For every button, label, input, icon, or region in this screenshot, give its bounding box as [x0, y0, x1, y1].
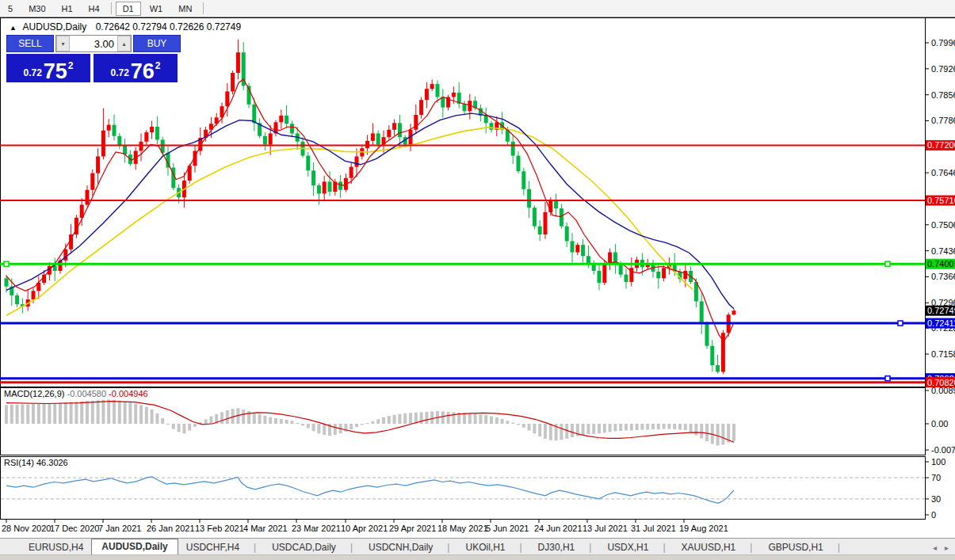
volume-input[interactable]: [70, 36, 117, 51]
macd-bar: [366, 423, 369, 424]
macd-bar: [10, 405, 13, 424]
chart-tab-gbpusd[interactable]: GBPUSD,H1|: [760, 540, 847, 555]
macd-bar: [560, 424, 563, 440]
candle-body: [560, 208, 563, 227]
macd-bar: [393, 415, 396, 424]
buy-price-pip: 2: [155, 60, 161, 71]
chart-tab-audusd[interactable]: AUDUSD,Daily: [91, 539, 178, 555]
candle-body: [225, 91, 229, 106]
svg-text:0.78560: 0.78560: [931, 90, 955, 100]
timeframe-button-m30[interactable]: M30: [21, 2, 52, 16]
macd-bar: [361, 424, 364, 425]
candle-body: [269, 133, 273, 144]
macd-bar: [204, 419, 208, 424]
date-label: 29 Apr 2021: [389, 524, 436, 533]
macd-bar: [651, 424, 655, 429]
chart-tab-usdx[interactable]: USDX,H1|: [599, 540, 673, 555]
toolbar-separator: [203, 2, 204, 14]
macd-bar: [296, 423, 299, 424]
timeframe-button-h1[interactable]: H1: [55, 2, 80, 16]
date-label: 18 May 2021: [437, 524, 488, 533]
sell-price-prefix: 0.72: [23, 67, 41, 78]
macd-bar: [172, 424, 175, 429]
macd-bar: [113, 400, 116, 424]
chart-tab-xauusd[interactable]: XAUUSD,H1|: [674, 540, 761, 555]
macd-bar: [474, 413, 477, 424]
candle-body: [338, 181, 342, 189]
tab-separator: |: [589, 542, 591, 553]
volume-up-icon[interactable]: ▴: [117, 36, 131, 51]
macd-bar: [323, 424, 326, 435]
candle-body: [90, 173, 94, 190]
svg-text:0.77860: 0.77860: [931, 116, 955, 125]
macd-bar: [371, 421, 374, 424]
macd-bar: [5, 405, 8, 424]
buy-price-box[interactable]: 0.72 76 2: [94, 54, 178, 82]
chart-tab-ukoil[interactable]: UKOil,H1|: [457, 540, 529, 555]
level-handle[interactable]: [4, 261, 9, 266]
svg-text:0.76460: 0.76460: [931, 168, 955, 177]
chart-tab-eurusd[interactable]: EURUSD,H4: [21, 540, 91, 555]
macd-bar: [630, 424, 633, 430]
macd-bar: [382, 417, 385, 424]
candle-body: [732, 310, 736, 314]
candle-body: [625, 275, 628, 282]
date-label: 13 Feb 2021: [195, 524, 244, 533]
candle-body: [656, 272, 660, 278]
tab-scroll-buttons: ◂ ▸: [933, 543, 949, 555]
macd-bar: [209, 417, 212, 424]
tab-separator: |: [663, 542, 665, 553]
chart-tab-usdchf[interactable]: USDCHF,H4|: [178, 540, 264, 555]
tab-scroll-left-icon[interactable]: ◂: [933, 543, 937, 552]
chart-tab-usdcad[interactable]: USDCAD,Daily|: [264, 540, 361, 555]
timeframe-button-h4[interactable]: H4: [82, 2, 107, 16]
macd-bar: [625, 424, 628, 430]
chart-tab-dj30[interactable]: DJ30,H1|: [530, 540, 600, 555]
macd-bar: [640, 424, 644, 430]
chart-tab-usdcnh[interactable]: USDCNH,Daily|: [361, 540, 457, 555]
macd-bar: [522, 424, 525, 428]
candle-body: [32, 291, 36, 299]
buy-price-prefix: 0.72: [110, 67, 128, 78]
timeframe-button-w1[interactable]: W1: [143, 2, 170, 16]
candle-body: [430, 84, 434, 89]
macd-signal-value: -0.004946: [109, 389, 148, 398]
level-handle[interactable]: [885, 376, 890, 381]
macd-bar: [37, 404, 40, 424]
date-label: 7 Jan 2021: [98, 524, 141, 533]
sell-button[interactable]: SELL: [6, 35, 54, 52]
level-handle[interactable]: [898, 321, 903, 326]
timeframe-button-5[interactable]: 5: [1, 2, 20, 16]
macd-bar: [86, 401, 89, 424]
svg-text:0.79960: 0.79960: [931, 38, 955, 48]
macd-bar: [684, 424, 687, 430]
date-label: 31 Jul 2021: [631, 524, 676, 533]
volume-down-icon[interactable]: ▾: [56, 36, 70, 51]
level-handle[interactable]: [885, 261, 890, 266]
timeframe-button-mn[interactable]: MN: [171, 2, 199, 16]
svg-text:70: 70: [931, 473, 941, 482]
collapse-arrow-icon[interactable]: ▲: [10, 24, 17, 32]
toolbar-separator: [111, 2, 112, 14]
macd-bar: [586, 424, 590, 434]
chart-canvas[interactable]: 0.799600.792600.785600.778600.764600.750…: [0, 17, 955, 539]
tab-separator: |: [519, 542, 521, 553]
buy-button[interactable]: BUY: [133, 35, 181, 52]
macd-bar: [139, 405, 143, 424]
macd-bar: [517, 424, 520, 425]
macd-bar: [667, 424, 670, 429]
macd-bar: [64, 402, 67, 424]
macd-bar: [178, 424, 181, 432]
macd-bar: [678, 424, 682, 430]
candle-body: [511, 142, 515, 156]
macd-bar: [107, 399, 110, 424]
date-label: 4 Mar 2021: [243, 524, 288, 533]
macd-bar: [468, 413, 472, 424]
tab-scroll-right-icon[interactable]: ▸: [945, 543, 949, 552]
sell-price-box[interactable]: 0.72 75 2: [6, 54, 90, 82]
macd-bar: [613, 424, 617, 431]
timeframe-button-d1[interactable]: D1: [116, 2, 141, 16]
macd-bar: [663, 424, 666, 429]
macd-bar: [269, 417, 272, 424]
date-label: 10 Apr 2021: [341, 524, 388, 533]
